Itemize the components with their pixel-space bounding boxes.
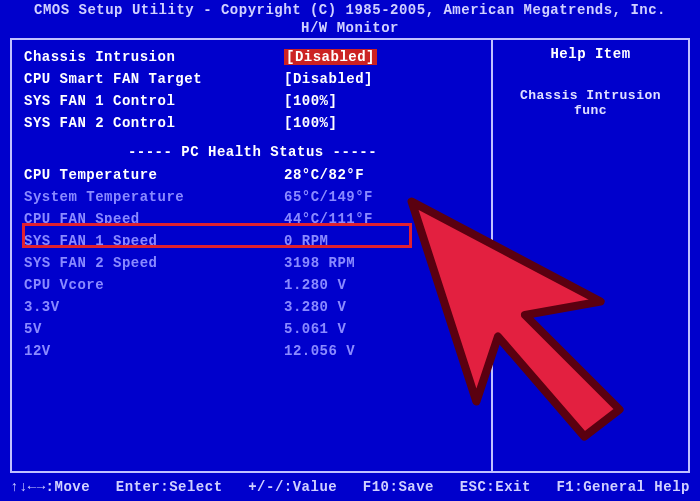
- health-value: 3.280 V: [284, 299, 481, 315]
- setting-row[interactable]: Chassis Intrusion [Disabled]: [24, 46, 481, 68]
- hint-select: Enter:Select: [116, 479, 223, 495]
- footer-hints: ↑↓←→:Move Enter:Select +/-/:Value F10:Sa…: [10, 479, 690, 495]
- health-label: SYS FAN 2 Speed: [24, 255, 284, 271]
- health-row: SYS FAN 1 Speed 0 RPM: [24, 230, 481, 252]
- health-row: 5V 5.061 V: [24, 318, 481, 340]
- setting-label: SYS FAN 2 Control: [24, 115, 284, 131]
- health-label: CPU FAN Speed: [24, 211, 284, 227]
- health-row: CPU Temperature 28°C/82°F: [24, 164, 481, 186]
- health-value: 5.061 V: [284, 321, 481, 337]
- health-label: CPU Temperature: [24, 167, 284, 183]
- health-label: 5V: [24, 321, 284, 337]
- health-label: 3.3V: [24, 299, 284, 315]
- health-row: CPU FAN Speed 44°C/111°F: [24, 208, 481, 230]
- help-title: Help Item: [501, 46, 680, 62]
- health-value: 0 RPM: [284, 233, 481, 249]
- health-value: 28°C/82°F: [284, 167, 481, 183]
- setting-value[interactable]: [100%]: [284, 93, 481, 109]
- setting-value[interactable]: [Disabled]: [284, 49, 481, 65]
- section-title: H/W Monitor: [0, 20, 700, 36]
- health-row: CPU Vcore 1.280 V: [24, 274, 481, 296]
- health-divider: ----- PC Health Status -----: [24, 144, 481, 160]
- main-frame: Chassis Intrusion [Disabled] CPU Smart F…: [10, 38, 690, 473]
- health-label: CPU Vcore: [24, 277, 284, 293]
- health-value: 12.056 V: [284, 343, 481, 359]
- setting-label: SYS FAN 1 Control: [24, 93, 284, 109]
- help-text: Chassis Intrusion func: [501, 88, 680, 118]
- setting-value[interactable]: [Disabled]: [284, 71, 481, 87]
- hint-move: ↑↓←→:Move: [10, 479, 90, 495]
- setting-row[interactable]: SYS FAN 1 Control [100%]: [24, 90, 481, 112]
- health-label: 12V: [24, 343, 284, 359]
- health-label: System Temperature: [24, 189, 284, 205]
- setting-row[interactable]: SYS FAN 2 Control [100%]: [24, 112, 481, 134]
- health-label: SYS FAN 1 Speed: [24, 233, 284, 249]
- settings-panel: Chassis Intrusion [Disabled] CPU Smart F…: [12, 40, 493, 471]
- help-panel: Help Item Chassis Intrusion func: [493, 40, 688, 471]
- hint-value: +/-/:Value: [248, 479, 337, 495]
- setting-row[interactable]: CPU Smart FAN Target [Disabled]: [24, 68, 481, 90]
- hint-general: F1:General Help: [556, 479, 690, 495]
- health-row: SYS FAN 2 Speed 3198 RPM: [24, 252, 481, 274]
- health-row: System Temperature 65°C/149°F: [24, 186, 481, 208]
- app-titlebar: CMOS Setup Utility - Copyright (C) 1985-…: [0, 0, 700, 20]
- health-value: 3198 RPM: [284, 255, 481, 271]
- health-row: 3.3V 3.280 V: [24, 296, 481, 318]
- setting-label: CPU Smart FAN Target: [24, 71, 284, 87]
- health-row: 12V 12.056 V: [24, 340, 481, 362]
- health-value: 65°C/149°F: [284, 189, 481, 205]
- health-value: 44°C/111°F: [284, 211, 481, 227]
- setting-label: Chassis Intrusion: [24, 49, 284, 65]
- hint-save: F10:Save: [363, 479, 434, 495]
- hint-exit: ESC:Exit: [460, 479, 531, 495]
- health-value: 1.280 V: [284, 277, 481, 293]
- setting-value[interactable]: [100%]: [284, 115, 481, 131]
